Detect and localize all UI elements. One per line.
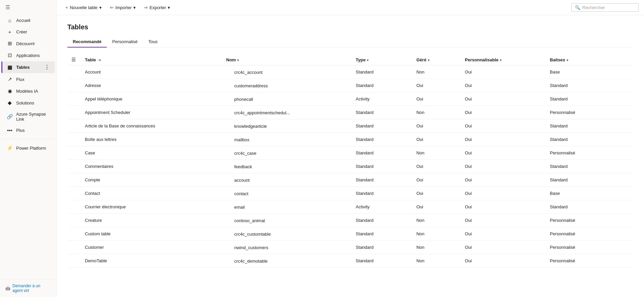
column-header-checkbox[interactable]: ☰	[67, 54, 81, 65]
cell-personnalisable: Oui	[461, 241, 546, 254]
cell-nom: ⋮knowledgearticle	[222, 119, 352, 133]
cell-table-name: Appointment Scheduler	[81, 106, 222, 119]
sidebar-item-power-platform[interactable]: ⚡ Power Platform	[1, 142, 55, 154]
sidebar-item-label-applications: Applications	[16, 53, 40, 58]
plus-icon: •••	[7, 127, 13, 133]
column-header-balises[interactable]: Balises ▾	[546, 54, 619, 65]
sort-icon-gere[interactable]: ▾	[428, 58, 429, 62]
cell-type: Standard	[352, 119, 412, 133]
tab-recommande[interactable]: Recommandé	[67, 36, 107, 48]
cell-nom: ⋮feedback	[222, 160, 352, 173]
table-row[interactable]: Article de la Base de connaissances⋮know…	[67, 119, 633, 133]
cell-personnalisable: Oui	[461, 92, 546, 106]
row-checkbox[interactable]	[67, 119, 81, 133]
cell-nom: ⋮phonecall	[222, 92, 352, 106]
tab-tous[interactable]: Tous	[143, 36, 163, 48]
table-row[interactable]: Custom table⋮crc4c_customtableStandardNo…	[67, 227, 633, 241]
cell-personnalisable: Oui	[461, 187, 546, 200]
row-checkbox[interactable]	[67, 79, 81, 92]
sort-dropdown-icon[interactable]: ▾	[99, 58, 101, 62]
column-header-type[interactable]: Type ▾	[352, 54, 412, 65]
column-header-gere[interactable]: Géré ▾	[412, 54, 461, 65]
power-platform-icon: ⚡	[7, 145, 13, 151]
creer-icon: +	[7, 29, 13, 35]
hamburger-button[interactable]: ☰	[0, 0, 56, 14]
row-checkbox[interactable]	[67, 173, 81, 187]
column-header-nom[interactable]: Nom ▾	[222, 54, 352, 65]
table-row[interactable]: Creature⋮contoso_animalStandardNonOuiPer…	[67, 214, 633, 227]
sidebar-item-creer[interactable]: +Créer	[1, 26, 55, 37]
nouvelle-table-button[interactable]: + Nouvelle table ▾	[62, 3, 105, 12]
cell-gere: Non	[412, 254, 461, 268]
column-header-personnalisable[interactable]: Personnalisable ▾	[461, 54, 546, 65]
list-view-icon[interactable]: ☰	[71, 57, 76, 62]
exporter-button[interactable]: ⇒ Exporter ▾	[140, 3, 173, 12]
cell-table-name: Contact	[81, 187, 222, 200]
importer-button[interactable]: ⇐ Importer ▾	[106, 3, 139, 12]
sidebar-item-tables[interactable]: ▦Tables⋮	[1, 61, 55, 73]
row-checkbox[interactable]	[67, 92, 81, 106]
row-checkbox[interactable]	[67, 65, 81, 79]
sidebar-divider	[0, 139, 56, 139]
cell-table-name: Custom table	[81, 227, 222, 241]
row-checkbox[interactable]	[67, 214, 81, 227]
sidebar-item-label-solutions: Solutions	[16, 100, 34, 106]
sidebar-item-accueil[interactable]: ⌂Accueil	[1, 15, 55, 26]
sidebar-item-decouvrir[interactable]: ⊞Découvrir	[1, 38, 55, 49]
row-checkbox[interactable]	[67, 241, 81, 254]
sort-icon-nom[interactable]: ▾	[237, 58, 239, 62]
table-row[interactable]: Courrier électronique⋮emailActivityOuiOu…	[67, 200, 633, 214]
cell-personnalisable: Oui	[461, 214, 546, 227]
page-title: Tables	[67, 23, 633, 31]
table-row[interactable]: Case⋮crc4c_caseStandardNonOuiPersonnalis…	[67, 146, 633, 160]
cell-nom: ⋮mailbox	[222, 133, 352, 146]
sidebar-item-modeles_ia[interactable]: ◉Modèles IA	[1, 85, 55, 97]
column-header-table[interactable]: Table ↑▾	[81, 54, 222, 65]
row-checkbox[interactable]	[67, 106, 81, 119]
sidebar-item-solutions[interactable]: ◆Solutions	[1, 97, 55, 109]
row-checkbox[interactable]	[67, 187, 81, 200]
column-label-table: Table	[85, 57, 96, 62]
sort-icon-type[interactable]: ▾	[367, 58, 368, 62]
tab-personnalise[interactable]: Personnalisé	[107, 36, 143, 48]
cell-balises: Personnalisé	[546, 227, 619, 241]
search-area[interactable]: 🔍 Rechercher	[571, 3, 639, 12]
table-row[interactable]: Appointment Scheduler⋮crc4c_appointments…	[67, 106, 633, 119]
sidebar-item-plus[interactable]: •••Plus	[1, 125, 55, 136]
sort-icon-balises[interactable]: ▾	[567, 58, 568, 62]
table-row[interactable]: Contact⋮contactStandardOuiOuiBase	[67, 187, 633, 200]
cell-balises: Standard	[546, 200, 619, 214]
cell-type: Standard	[352, 106, 412, 119]
cell-type: Standard	[352, 146, 412, 160]
cell-gere: Oui	[412, 187, 461, 200]
row-checkbox[interactable]	[67, 133, 81, 146]
tables-more-button[interactable]: ⋮	[44, 64, 50, 70]
table-row[interactable]: Account⋮crc4c_accountStandardNonOuiBase	[67, 65, 633, 79]
cell-gere: Non	[412, 146, 461, 160]
importer-icon: ⇐	[110, 5, 114, 10]
nouvelle-table-chevron: ▾	[99, 5, 102, 10]
sidebar-item-azure_synapse[interactable]: 🔗Azure Synapse Link	[1, 109, 55, 124]
table-row[interactable]: Commentaires⋮feedbackStandardOuiOuiStand…	[67, 160, 633, 173]
cell-table-name: DemoTable	[81, 254, 222, 268]
sort-icon-personnalisable[interactable]: ▾	[500, 58, 502, 62]
table-row[interactable]: Adresse⋮customeraddressStandardOuiOuiSta…	[67, 79, 633, 92]
sidebar-bottom-agent[interactable]: 🤖 Demander à un agent virt	[0, 279, 56, 297]
plus-icon: +	[65, 5, 68, 10]
table-row[interactable]: DemoTable⋮crc4c_demotableStandardNonOuiP…	[67, 254, 633, 268]
row-checkbox[interactable]	[67, 200, 81, 214]
cell-table-name: Case	[81, 146, 222, 160]
table-row[interactable]: Appel téléphonique⋮phonecallActivityOuiO…	[67, 92, 633, 106]
sidebar-item-flux[interactable]: ↗Flux	[1, 73, 55, 85]
sidebar-item-applications[interactable]: ⊡Applications	[1, 50, 55, 61]
cell-gere: Oui	[412, 133, 461, 146]
table-row[interactable]: Compte⋮accountStandardOuiOuiStandard	[67, 173, 633, 187]
table-row[interactable]: Customer⋮nwind_customersStandardNonOuiPe…	[67, 241, 633, 254]
table-row[interactable]: Boîte aux lettres⋮mailboxStandardOuiOuiS…	[67, 133, 633, 146]
row-checkbox[interactable]	[67, 254, 81, 268]
exporter-icon: ⇒	[144, 5, 148, 10]
row-checkbox[interactable]	[67, 160, 81, 173]
row-checkbox[interactable]	[67, 227, 81, 241]
cell-table-name: Account	[81, 65, 222, 79]
row-checkbox[interactable]	[67, 146, 81, 160]
